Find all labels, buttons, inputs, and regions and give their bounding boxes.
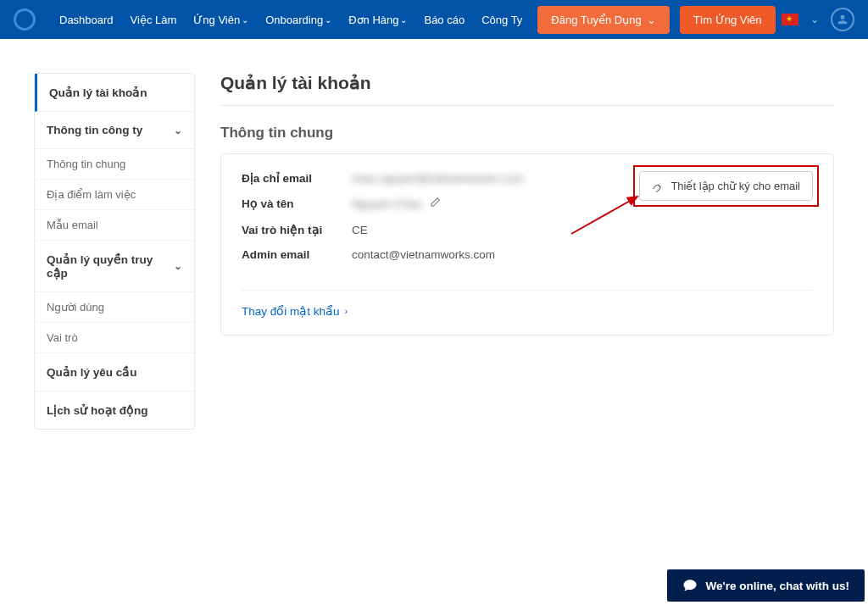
- admin-email-value: contact@vietnamworks.com: [352, 248, 495, 261]
- post-job-button[interactable]: Đăng Tuyển Dụng⌄: [537, 6, 669, 34]
- sidebar-activity-log[interactable]: Lịch sử hoạt động: [35, 391, 194, 429]
- field-email: Địa chỉ email chau.nguyen@vietnamworks.c…: [242, 171, 639, 185]
- nav-candidates[interactable]: Ứng Viên⌄: [186, 8, 255, 31]
- email-signature-button[interactable]: Thiết lập chữ ký cho email: [639, 171, 813, 201]
- sidebar: Quản lý tài khoản Thông tin công ty⌄ Thô…: [34, 73, 195, 430]
- chevron-down-icon: ⌄: [242, 15, 248, 25]
- nav-onboarding[interactable]: Onboarding⌄: [259, 8, 338, 31]
- sidebar-sub-roles[interactable]: Vai trò: [35, 323, 194, 353]
- sidebar-access-management[interactable]: Quản lý quyền truy cập⌄: [35, 241, 194, 292]
- pen-icon: [652, 180, 664, 192]
- chat-widget[interactable]: We're online, chat with us!: [667, 569, 865, 602]
- sidebar-request-management[interactable]: Quản lý yêu cầu: [35, 353, 194, 391]
- email-value: chau.nguyen@vietnamworks.com: [352, 172, 524, 185]
- section-title: Thông tin chung: [220, 125, 834, 142]
- sidebar-account-management[interactable]: Quản lý tài khoản: [35, 74, 194, 112]
- sidebar-sub-locations[interactable]: Địa điểm làm việc: [35, 180, 194, 210]
- divider: [242, 290, 813, 291]
- sidebar-company-info[interactable]: Thông tin công ty⌄: [35, 112, 194, 149]
- annotation-arrow-icon: [571, 193, 648, 239]
- sidebar-sub-general[interactable]: Thông tin chung: [35, 149, 194, 180]
- nav-company[interactable]: Công Ty: [475, 8, 529, 31]
- info-card: Địa chỉ email chau.nguyen@vietnamworks.c…: [220, 153, 834, 336]
- chevron-down-icon[interactable]: ⌄: [810, 14, 819, 25]
- main-nav: Dashboard Việc Làm Ứng Viên⌄ Onboarding⌄…: [53, 6, 782, 34]
- sidebar-sub-email-templates[interactable]: Mẫu email: [35, 210, 194, 241]
- logo-icon[interactable]: [10, 5, 38, 33]
- top-navbar: Dashboard Việc Làm Ứng Viên⌄ Onboarding⌄…: [0, 0, 868, 39]
- change-password-link[interactable]: Thay đổi mật khẩu ›: [242, 304, 813, 318]
- chat-icon: [682, 578, 698, 593]
- email-label: Địa chỉ email: [242, 171, 352, 185]
- admin-email-label: Admin email: [242, 248, 352, 261]
- user-avatar-icon[interactable]: [831, 8, 854, 31]
- chevron-down-icon: ⌄: [174, 125, 182, 136]
- role-value: CE: [352, 223, 368, 236]
- nav-orders[interactable]: Đơn Hàng⌄: [342, 8, 414, 31]
- field-admin-email: Admin email contact@vietnamworks.com: [242, 248, 639, 261]
- nav-dashboard[interactable]: Dashboard: [53, 8, 120, 31]
- chevron-down-icon: ⌄: [400, 15, 407, 25]
- find-candidates-button[interactable]: Tìm Ứng Viên: [680, 6, 776, 34]
- main-content: Quản lý tài khoản Thông tin chung Địa ch…: [220, 73, 834, 430]
- name-value: Nguyen Chau: [352, 197, 422, 210]
- role-label: Vai trò hiện tại: [242, 223, 352, 236]
- chevron-down-icon: ⌄: [174, 260, 182, 272]
- chevron-down-icon: ⌄: [647, 14, 656, 26]
- name-label: Họ và tên: [242, 197, 352, 211]
- page-container: Quản lý tài khoản Thông tin công ty⌄ Thô…: [0, 39, 868, 430]
- nav-jobs[interactable]: Việc Làm: [124, 8, 184, 31]
- chevron-down-icon: ⌄: [325, 15, 331, 25]
- signature-highlight: Thiết lập chữ ký cho email: [639, 171, 813, 201]
- page-title: Quản lý tài khoản: [220, 73, 834, 106]
- flag-vn-icon[interactable]: [782, 14, 798, 25]
- chevron-right-icon: ›: [345, 306, 348, 316]
- svg-line-0: [571, 197, 637, 234]
- topbar-right: ⌄: [782, 8, 854, 31]
- nav-reports[interactable]: Báo cáo: [417, 8, 471, 31]
- edit-icon[interactable]: [429, 197, 441, 211]
- sidebar-sub-users[interactable]: Người dùng: [35, 292, 194, 323]
